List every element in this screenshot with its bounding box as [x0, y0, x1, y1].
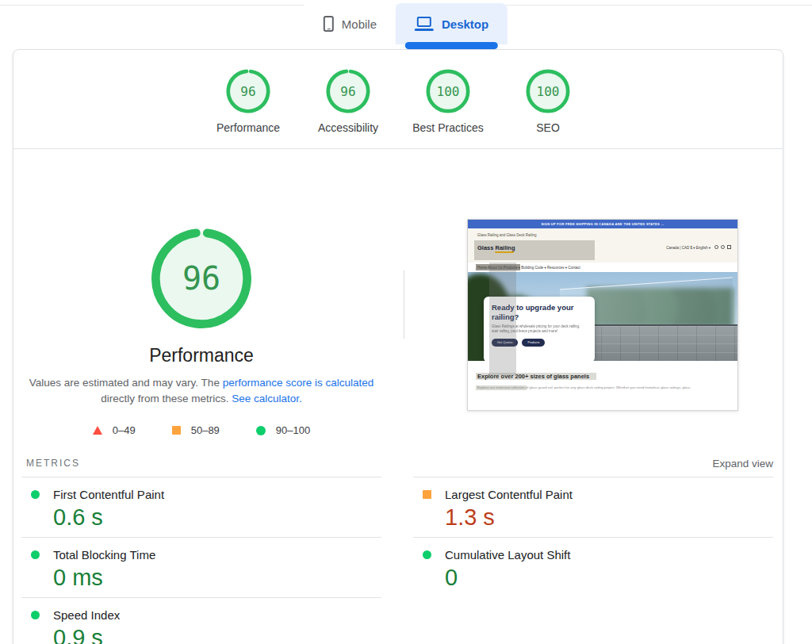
legend-pass: 90–100 — [256, 424, 310, 436]
smartphone-icon — [324, 16, 334, 32]
main-gauge-value: 96 — [151, 228, 252, 329]
vertical-divider — [404, 270, 404, 339]
active-tab-indicator — [405, 42, 498, 49]
tab-mobile[interactable]: Mobile — [304, 3, 396, 44]
pass-circle-icon — [31, 611, 40, 619]
pass-range-label: 90–100 — [276, 424, 310, 436]
main-performance-gauge: 96 — [151, 228, 252, 329]
metric-value: 0 ms — [53, 565, 381, 591]
seo-score-value: 100 — [526, 69, 570, 113]
metric-total-blocking-time: Total Blocking Time 0 ms — [21, 537, 381, 597]
accessibility-score-label: Accessibility — [309, 121, 387, 134]
average-range-label: 50–89 — [191, 424, 220, 436]
metric-value: 1.3 s — [445, 504, 773, 531]
score-performance[interactable]: 96 Performance — [209, 69, 287, 134]
score-best-practices[interactable]: 100 Best Practices — [409, 69, 487, 134]
expand-view-link[interactable]: Expand view — [712, 458, 773, 470]
metric-first-contentful-paint: First Contentful Paint 0.6 s — [21, 477, 381, 537]
device-tabs: Mobile Desktop — [304, 3, 508, 44]
account-icon — [721, 245, 725, 249]
performance-section-title: Performance — [31, 345, 372, 366]
metric-value: 0 — [445, 565, 773, 591]
metrics-column-right: Largest Contentful Paint 1.3 s Cumulativ… — [413, 477, 773, 644]
disclaimer-text-2: directly from these metrics. — [101, 393, 232, 404]
metrics-columns: First Contentful Paint 0.6 s Total Block… — [21, 477, 773, 644]
thumb-section-text: Explore our extensive selection of glass… — [477, 385, 731, 390]
scores-divider — [13, 148, 783, 149]
metric-name: Cumulative Layout Shift — [445, 548, 570, 562]
thumb-tagline: Glass Railing and Glass Deck Railing — [477, 233, 537, 237]
category-scores: 96 Performance 96 Accessibility 100 Best… — [13, 69, 783, 134]
pass-circle-icon — [31, 490, 40, 499]
best-practices-score-label: Best Practices — [409, 121, 487, 134]
metric-name: First Contentful Paint — [53, 488, 164, 501]
thumb-site-logo: Glass Railing — [477, 244, 515, 251]
logo-gold-accent — [495, 251, 514, 253]
metrics-header: METRICS Expand view — [21, 451, 773, 475]
pass-circle-icon — [31, 550, 40, 559]
see-calculator-link[interactable]: See calculator. — [232, 393, 302, 404]
metric-largest-contentful-paint: Largest Contentful Paint 1.3 s — [413, 477, 773, 537]
performance-score-label: Performance — [209, 121, 287, 134]
tab-desktop[interactable]: Desktop — [396, 3, 508, 44]
laptop-icon — [415, 17, 434, 31]
performance-score-value: 96 — [226, 69, 270, 113]
thumb-promo-banner: Sign up for free shipping in Canada and … — [468, 220, 737, 228]
fail-triangle-icon — [93, 426, 102, 435]
score-seo[interactable]: 100 SEO — [509, 69, 587, 134]
metric-value: 0.6 s — [53, 504, 381, 531]
pass-circle-icon — [423, 550, 431, 559]
calculation-link[interactable]: performance score is calculated — [223, 377, 374, 389]
tab-mobile-label: Mobile — [342, 17, 377, 31]
thumb-header-icons — [714, 245, 731, 249]
score-disclaimer: Values are estimated and may vary. The p… — [17, 375, 385, 407]
cart-icon — [727, 245, 731, 249]
score-legend: 0–49 50–89 90–100 — [31, 424, 372, 436]
fail-range-label: 0–49 — [113, 424, 136, 436]
thumb-locale-controls: Canada | CAD $ ▾ English ▾ — [666, 246, 710, 250]
report-card: 96 Performance 96 Accessibility 100 Best… — [13, 49, 783, 644]
metric-cumulative-layout-shift: Cumulative Layout Shift 0 — [413, 537, 773, 597]
legend-average: 50–89 — [172, 424, 220, 436]
best-practices-score-value: 100 — [426, 69, 470, 113]
average-square-icon — [423, 490, 431, 499]
metric-name: Largest Contentful Paint — [445, 488, 573, 501]
thumb-loading-strip — [489, 263, 516, 375]
metrics-title: METRICS — [21, 458, 80, 469]
tab-desktop-label: Desktop — [442, 17, 488, 31]
legend-fail: 0–49 — [93, 424, 136, 436]
metric-speed-index: Speed Index 0.9 s — [21, 597, 381, 644]
pagespeed-report-page: Mobile Desktop 96 Performance 96 Accessi… — [0, 0, 812, 644]
average-square-icon — [172, 426, 181, 435]
disclaimer-text-1: Values are estimated and may vary. The — [29, 377, 223, 389]
site-screenshot-thumbnail[interactable]: Sign up for free shipping in Canada and … — [467, 219, 738, 411]
metric-name: Total Blocking Time — [53, 548, 155, 562]
pass-circle-icon — [256, 426, 266, 435]
score-accessibility[interactable]: 96 Accessibility — [309, 69, 387, 134]
accessibility-score-value: 96 — [326, 69, 370, 113]
thumb-products-button: Products — [522, 339, 545, 347]
metric-value: 0.9 s — [53, 625, 381, 644]
metric-name: Speed Index — [53, 608, 120, 622]
search-icon — [714, 245, 718, 249]
metrics-column-left: First Contentful Paint 0.6 s Total Block… — [21, 477, 381, 644]
thumb-site-header: Glass Railing and Glass Deck Railing Gla… — [468, 228, 737, 263]
metrics-section: METRICS Expand view First Contentful Pai… — [21, 451, 773, 644]
seo-score-label: SEO — [509, 121, 587, 134]
